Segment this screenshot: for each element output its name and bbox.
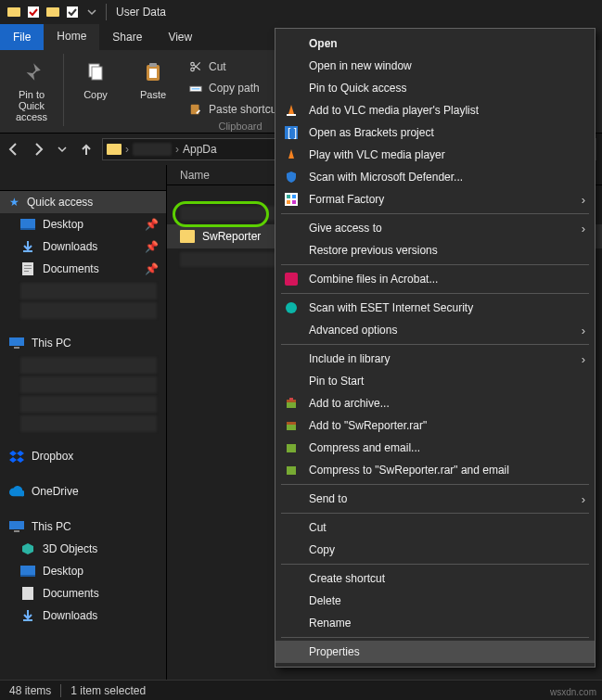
sidebar-dropbox[interactable]: Dropbox [0, 445, 166, 467]
ctx-cut[interactable]: Cut [275, 516, 595, 539]
svg-rect-22 [287, 114, 296, 116]
ctx-open-new-window[interactable]: Open in new window [275, 55, 595, 77]
sidebar-item-documents[interactable]: Documents 📌 [0, 258, 166, 280]
properties-qat-icon[interactable] [28, 6, 39, 18]
pin-quick-access-button[interactable]: Pin to Quick access [6, 54, 58, 122]
svg-rect-16 [14, 347, 19, 349]
paste-button[interactable]: Paste [127, 54, 179, 100]
ctx-advanced[interactable]: Advanced options› [275, 319, 595, 341]
pin-icon: 📌 [145, 262, 159, 275]
sidebar-item-desktop[interactable]: Desktop 📌 [0, 213, 166, 235]
svg-rect-12 [24, 265, 32, 266]
winrar-icon [283, 439, 300, 456]
folder-icon [6, 4, 22, 20]
back-button[interactable] [6, 141, 22, 158]
ctx-restore[interactable]: Restore previous versions [275, 239, 595, 261]
ctx-add-rar[interactable]: Add to "SwReporter.rar" [275, 414, 595, 437]
sidebar-label: Quick access [27, 196, 93, 209]
sidebar-item-downloads-2[interactable]: Downloads [0, 605, 166, 627]
forward-button[interactable] [30, 141, 46, 158]
tab-home[interactable]: Home [44, 24, 99, 50]
pin-icon [18, 59, 45, 85]
sidebar-item-3d-objects[interactable]: 3D Objects [0, 538, 166, 560]
shield-icon [283, 169, 300, 185]
chevron-right-icon: › [582, 352, 585, 366]
sidebar-this-pc[interactable]: This PC [0, 515, 166, 538]
ctx-rename[interactable]: Rename [275, 612, 595, 634]
svg-rect-13 [24, 268, 32, 269]
ctx-format-factory[interactable]: Format Factory› [275, 188, 595, 210]
up-button[interactable] [78, 141, 95, 158]
ctx-properties[interactable]: Properties [275, 641, 595, 663]
svg-rect-15 [9, 337, 24, 346]
onedrive-icon [9, 484, 24, 499]
separator [281, 513, 589, 514]
ctx-pin-start[interactable]: Pin to Start [275, 370, 595, 392]
redacted-item [20, 415, 157, 432]
redacted-item [20, 376, 157, 393]
redacted-item [20, 283, 157, 299]
sidebar-onedrive[interactable]: OneDrive [0, 480, 166, 503]
ctx-compress-rar-email[interactable]: Compress to "SwReporter.rar" and email [275, 459, 595, 481]
ctx-compress-email[interactable]: Compress and email... [275, 437, 595, 459]
sidebar-item-label: Desktop [43, 565, 83, 578]
svg-rect-28 [287, 200, 290, 204]
winrar-icon [283, 395, 300, 412]
sidebar-item-documents-2[interactable]: Documents [0, 582, 166, 605]
tab-file[interactable]: File [0, 24, 44, 50]
ctx-create-shortcut[interactable]: Create shortcut [275, 567, 595, 590]
ctx-brackets[interactable]: [ ]Open as Brackets project [275, 121, 595, 144]
ctx-defender[interactable]: Scan with Microsoft Defender... [275, 166, 595, 188]
sidebar-item-label: Downloads [43, 240, 97, 253]
ctx-add-archive[interactable]: Add to archive... [275, 392, 595, 414]
pin-icon: 📌 [145, 240, 159, 253]
sidebar-item-downloads[interactable]: Downloads 📌 [0, 235, 166, 258]
chevron-right-icon: › [582, 222, 585, 235]
tab-view[interactable]: View [155, 24, 205, 50]
sidebar-item-desktop-2[interactable]: Desktop [0, 560, 166, 582]
ctx-eset[interactable]: Scan with ESET Internet Security [275, 297, 595, 319]
navigation-pane: ★ Quick access Desktop 📌 Downloads 📌 Doc… [0, 165, 167, 680]
ctx-pin-quick[interactable]: Pin to Quick access [275, 77, 595, 99]
svg-rect-34 [289, 398, 293, 401]
documents-icon [20, 586, 35, 601]
sidebar-this-pc-top[interactable]: This PC [0, 332, 166, 354]
copy-path-icon [188, 81, 203, 95]
winrar-icon [283, 417, 300, 434]
column-name[interactable]: Name [167, 169, 210, 182]
svg-point-31 [286, 302, 297, 313]
redacted-item [20, 357, 157, 374]
recent-dropdown-icon[interactable] [54, 141, 70, 158]
copy-button[interactable]: Copy [70, 54, 122, 100]
svg-rect-30 [285, 273, 298, 286]
copy-icon [82, 59, 109, 85]
sidebar-quick-access[interactable]: ★ Quick access [0, 191, 166, 213]
folder-icon [180, 230, 195, 243]
separator [281, 213, 589, 214]
ctx-vlc-play[interactable]: Play with VLC media player [275, 144, 595, 166]
svg-rect-27 [292, 195, 296, 198]
sidebar-item-label: Desktop [43, 218, 83, 231]
pc-icon [9, 336, 24, 350]
ctx-open[interactable]: Open [275, 32, 595, 55]
ctx-give-access[interactable]: Give access to› [275, 217, 595, 239]
chevron-right-icon[interactable]: › [175, 143, 179, 156]
eset-icon [283, 299, 300, 316]
ctx-vlc-playlist[interactable]: Add to VLC media player's Playlist [275, 99, 595, 121]
qat-dropdown-icon[interactable] [83, 4, 100, 20]
quick-access-toolbar [6, 4, 100, 20]
svg-rect-26 [287, 195, 290, 198]
ctx-send-to[interactable]: Send to› [275, 488, 595, 510]
redacted-segment [133, 143, 172, 156]
new-folder-qat-icon[interactable] [45, 4, 61, 20]
separator [281, 293, 589, 294]
ctx-include-library[interactable]: Include in library› [275, 348, 595, 370]
ctx-delete[interactable]: Delete [275, 590, 595, 612]
folder-icon [107, 144, 122, 155]
breadcrumb-segment[interactable]: AppDa [183, 143, 217, 156]
qat-toggle-icon[interactable] [67, 6, 78, 18]
ctx-copy[interactable]: Copy [275, 539, 595, 561]
ctx-acrobat[interactable]: Combine files in Acrobat... [275, 268, 595, 290]
chevron-right-icon[interactable]: › [125, 143, 129, 156]
tab-share[interactable]: Share [99, 24, 155, 50]
